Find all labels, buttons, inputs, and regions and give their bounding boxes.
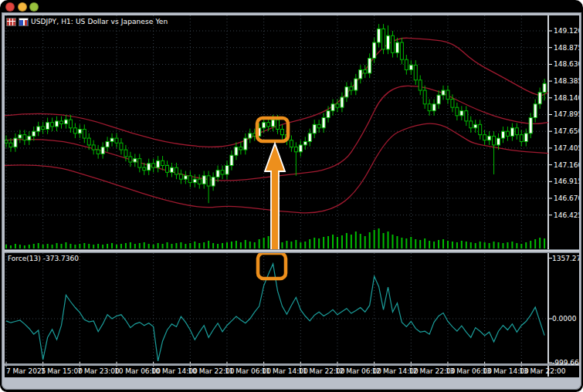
price-chart-canvas[interactable]	[5, 15, 579, 377]
chart-titlebar: USDJPY, H1: US Dollar vs Japanese Yen	[5, 15, 329, 28]
panel-splitter[interactable]	[5, 249, 579, 253]
macos-window: USDJPY, H1: US Dollar vs Japanese Yen Fo…	[0, 0, 583, 392]
chart-bars-icon[interactable]	[19, 18, 29, 26]
quote-grid-icon[interactable]	[6, 18, 16, 26]
time-axis-bar	[5, 363, 579, 366]
zoom-button[interactable]	[29, 2, 39, 12]
annotation-arrow	[265, 144, 285, 252]
chart-title: USDJPY, H1: US Dollar vs Japanese Yen	[31, 18, 168, 25]
indicator-label: Force(13) -373.7360	[8, 255, 79, 262]
close-button[interactable]	[5, 2, 15, 12]
minimize-button[interactable]	[18, 2, 27, 12]
screenshot-stage: USDJPY, H1: US Dollar vs Japanese Yen Fo…	[0, 0, 583, 392]
chart-area: USDJPY, H1: US Dollar vs Japanese Yen Fo…	[5, 15, 579, 377]
chart-window-frame: USDJPY, H1: US Dollar vs Japanese Yen Fo…	[2, 12, 581, 390]
